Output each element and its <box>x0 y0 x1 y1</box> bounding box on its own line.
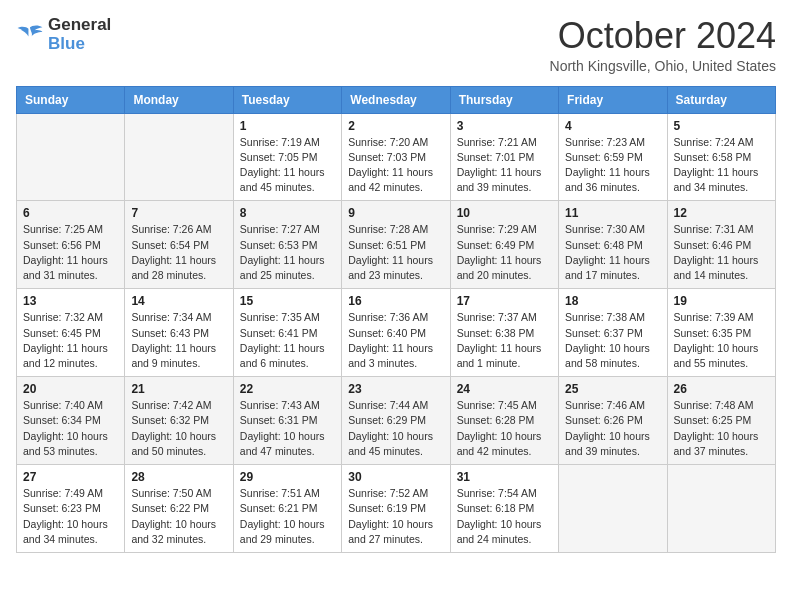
day-number: 15 <box>240 294 335 308</box>
day-info: Sunrise: 7:28 AMSunset: 6:51 PMDaylight:… <box>348 222 443 283</box>
day-info: Sunrise: 7:42 AMSunset: 6:32 PMDaylight:… <box>131 398 226 459</box>
calendar-cell: 10Sunrise: 7:29 AMSunset: 6:49 PMDayligh… <box>450 201 558 289</box>
day-info: Sunrise: 7:24 AMSunset: 6:58 PMDaylight:… <box>674 135 769 196</box>
calendar-table: SundayMondayTuesdayWednesdayThursdayFrid… <box>16 86 776 553</box>
calendar-cell: 24Sunrise: 7:45 AMSunset: 6:28 PMDayligh… <box>450 377 558 465</box>
day-number: 23 <box>348 382 443 396</box>
day-number: 10 <box>457 206 552 220</box>
logo: General Blue <box>16 16 111 53</box>
day-number: 19 <box>674 294 769 308</box>
day-number: 5 <box>674 119 769 133</box>
day-number: 30 <box>348 470 443 484</box>
location-subtitle: North Kingsville, Ohio, United States <box>550 58 776 74</box>
page-header: General Blue October 2024 North Kingsvil… <box>16 16 776 74</box>
day-number: 12 <box>674 206 769 220</box>
day-number: 27 <box>23 470 118 484</box>
calendar-cell: 15Sunrise: 7:35 AMSunset: 6:41 PMDayligh… <box>233 289 341 377</box>
col-header-monday: Monday <box>125 86 233 113</box>
day-number: 4 <box>565 119 660 133</box>
calendar-cell: 31Sunrise: 7:54 AMSunset: 6:18 PMDayligh… <box>450 465 558 553</box>
day-number: 20 <box>23 382 118 396</box>
calendar-cell: 28Sunrise: 7:50 AMSunset: 6:22 PMDayligh… <box>125 465 233 553</box>
calendar-cell: 26Sunrise: 7:48 AMSunset: 6:25 PMDayligh… <box>667 377 775 465</box>
month-title: October 2024 <box>550 16 776 56</box>
calendar-cell: 11Sunrise: 7:30 AMSunset: 6:48 PMDayligh… <box>559 201 667 289</box>
col-header-sunday: Sunday <box>17 86 125 113</box>
day-info: Sunrise: 7:20 AMSunset: 7:03 PMDaylight:… <box>348 135 443 196</box>
day-info: Sunrise: 7:34 AMSunset: 6:43 PMDaylight:… <box>131 310 226 371</box>
calendar-cell: 19Sunrise: 7:39 AMSunset: 6:35 PMDayligh… <box>667 289 775 377</box>
day-info: Sunrise: 7:45 AMSunset: 6:28 PMDaylight:… <box>457 398 552 459</box>
day-info: Sunrise: 7:46 AMSunset: 6:26 PMDaylight:… <box>565 398 660 459</box>
calendar-cell: 20Sunrise: 7:40 AMSunset: 6:34 PMDayligh… <box>17 377 125 465</box>
day-info: Sunrise: 7:23 AMSunset: 6:59 PMDaylight:… <box>565 135 660 196</box>
calendar-cell: 17Sunrise: 7:37 AMSunset: 6:38 PMDayligh… <box>450 289 558 377</box>
day-info: Sunrise: 7:43 AMSunset: 6:31 PMDaylight:… <box>240 398 335 459</box>
calendar-week-row: 6Sunrise: 7:25 AMSunset: 6:56 PMDaylight… <box>17 201 776 289</box>
day-number: 8 <box>240 206 335 220</box>
calendar-cell: 23Sunrise: 7:44 AMSunset: 6:29 PMDayligh… <box>342 377 450 465</box>
title-area: October 2024 North Kingsville, Ohio, Uni… <box>550 16 776 74</box>
day-number: 7 <box>131 206 226 220</box>
calendar-cell: 18Sunrise: 7:38 AMSunset: 6:37 PMDayligh… <box>559 289 667 377</box>
calendar-cell: 2Sunrise: 7:20 AMSunset: 7:03 PMDaylight… <box>342 113 450 201</box>
logo-bird-icon <box>16 24 44 46</box>
calendar-cell: 6Sunrise: 7:25 AMSunset: 6:56 PMDaylight… <box>17 201 125 289</box>
calendar-cell: 22Sunrise: 7:43 AMSunset: 6:31 PMDayligh… <box>233 377 341 465</box>
col-header-saturday: Saturday <box>667 86 775 113</box>
day-info: Sunrise: 7:49 AMSunset: 6:23 PMDaylight:… <box>23 486 118 547</box>
calendar-cell <box>125 113 233 201</box>
calendar-cell <box>667 465 775 553</box>
calendar-cell: 30Sunrise: 7:52 AMSunset: 6:19 PMDayligh… <box>342 465 450 553</box>
day-number: 3 <box>457 119 552 133</box>
day-number: 6 <box>23 206 118 220</box>
day-number: 18 <box>565 294 660 308</box>
logo-general: General <box>48 16 111 35</box>
day-number: 9 <box>348 206 443 220</box>
day-info: Sunrise: 7:19 AMSunset: 7:05 PMDaylight:… <box>240 135 335 196</box>
col-header-thursday: Thursday <box>450 86 558 113</box>
day-number: 13 <box>23 294 118 308</box>
day-number: 31 <box>457 470 552 484</box>
calendar-week-row: 27Sunrise: 7:49 AMSunset: 6:23 PMDayligh… <box>17 465 776 553</box>
calendar-week-row: 1Sunrise: 7:19 AMSunset: 7:05 PMDaylight… <box>17 113 776 201</box>
calendar-cell: 8Sunrise: 7:27 AMSunset: 6:53 PMDaylight… <box>233 201 341 289</box>
col-header-wednesday: Wednesday <box>342 86 450 113</box>
day-info: Sunrise: 7:25 AMSunset: 6:56 PMDaylight:… <box>23 222 118 283</box>
day-info: Sunrise: 7:27 AMSunset: 6:53 PMDaylight:… <box>240 222 335 283</box>
day-info: Sunrise: 7:48 AMSunset: 6:25 PMDaylight:… <box>674 398 769 459</box>
calendar-week-row: 13Sunrise: 7:32 AMSunset: 6:45 PMDayligh… <box>17 289 776 377</box>
day-info: Sunrise: 7:26 AMSunset: 6:54 PMDaylight:… <box>131 222 226 283</box>
day-info: Sunrise: 7:51 AMSunset: 6:21 PMDaylight:… <box>240 486 335 547</box>
day-info: Sunrise: 7:30 AMSunset: 6:48 PMDaylight:… <box>565 222 660 283</box>
day-info: Sunrise: 7:36 AMSunset: 6:40 PMDaylight:… <box>348 310 443 371</box>
calendar-cell: 27Sunrise: 7:49 AMSunset: 6:23 PMDayligh… <box>17 465 125 553</box>
day-number: 16 <box>348 294 443 308</box>
col-header-tuesday: Tuesday <box>233 86 341 113</box>
day-info: Sunrise: 7:40 AMSunset: 6:34 PMDaylight:… <box>23 398 118 459</box>
calendar-cell: 29Sunrise: 7:51 AMSunset: 6:21 PMDayligh… <box>233 465 341 553</box>
calendar-cell: 14Sunrise: 7:34 AMSunset: 6:43 PMDayligh… <box>125 289 233 377</box>
day-info: Sunrise: 7:32 AMSunset: 6:45 PMDaylight:… <box>23 310 118 371</box>
calendar-cell: 16Sunrise: 7:36 AMSunset: 6:40 PMDayligh… <box>342 289 450 377</box>
day-number: 24 <box>457 382 552 396</box>
calendar-cell: 25Sunrise: 7:46 AMSunset: 6:26 PMDayligh… <box>559 377 667 465</box>
day-number: 26 <box>674 382 769 396</box>
calendar-cell: 12Sunrise: 7:31 AMSunset: 6:46 PMDayligh… <box>667 201 775 289</box>
day-number: 17 <box>457 294 552 308</box>
day-number: 29 <box>240 470 335 484</box>
calendar-cell <box>559 465 667 553</box>
day-info: Sunrise: 7:50 AMSunset: 6:22 PMDaylight:… <box>131 486 226 547</box>
calendar-cell: 13Sunrise: 7:32 AMSunset: 6:45 PMDayligh… <box>17 289 125 377</box>
day-number: 14 <box>131 294 226 308</box>
day-number: 25 <box>565 382 660 396</box>
calendar-cell <box>17 113 125 201</box>
calendar-cell: 3Sunrise: 7:21 AMSunset: 7:01 PMDaylight… <box>450 113 558 201</box>
day-number: 11 <box>565 206 660 220</box>
day-info: Sunrise: 7:35 AMSunset: 6:41 PMDaylight:… <box>240 310 335 371</box>
day-info: Sunrise: 7:39 AMSunset: 6:35 PMDaylight:… <box>674 310 769 371</box>
day-number: 28 <box>131 470 226 484</box>
day-info: Sunrise: 7:38 AMSunset: 6:37 PMDaylight:… <box>565 310 660 371</box>
day-number: 21 <box>131 382 226 396</box>
day-info: Sunrise: 7:29 AMSunset: 6:49 PMDaylight:… <box>457 222 552 283</box>
